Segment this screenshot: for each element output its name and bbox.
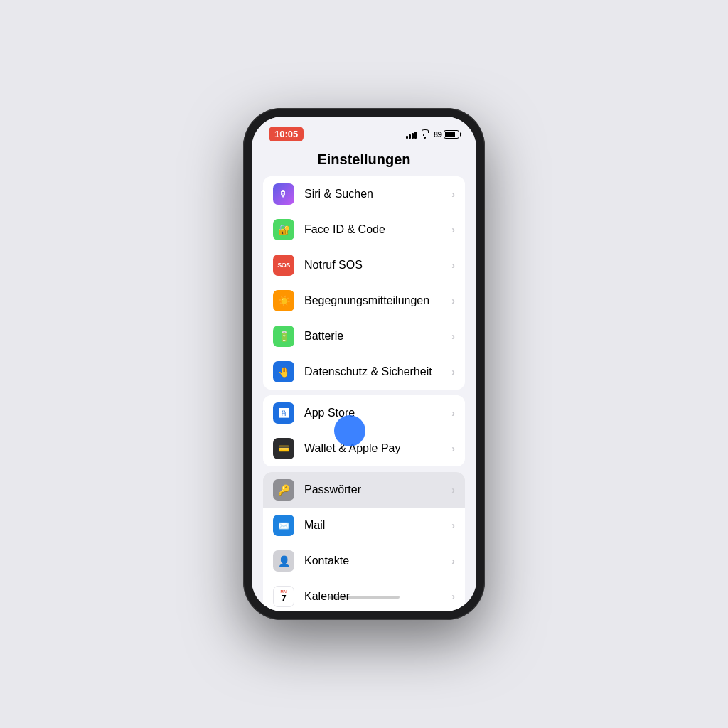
appstore-icon: 🅰 <box>273 402 294 424</box>
mail-icon: ✉️ <box>273 515 294 536</box>
exposure-icon: ☀️ <box>273 290 294 311</box>
settings-row-wallet[interactable]: 💳 Wallet & Apple Pay › <box>263 431 465 466</box>
battery-percentage: 89 <box>434 130 442 139</box>
battery-label: Batterie <box>304 330 447 343</box>
section-group-1: 🎙 Siri & Suchen › 🔐 Face ID & Code › <box>252 176 476 390</box>
mail-chevron: › <box>451 520 455 531</box>
faceid-label: Face ID & Code <box>304 223 447 236</box>
siri-icon: 🎙 <box>273 183 294 205</box>
phone-device: 10:05 89 <box>243 108 485 620</box>
section-group-2: 🅰 App Store › 💳 Wallet & Apple Pay › <box>252 395 476 466</box>
siri-chevron: › <box>451 188 455 200</box>
exposure-chevron: › <box>451 295 455 306</box>
signal-bar-4 <box>414 132 417 139</box>
settings-row-passwords[interactable]: 🔑 Passwörter › <box>263 472 465 508</box>
settings-row-siri[interactable]: 🎙 Siri & Suchen › <box>263 176 465 212</box>
signal-bar-1 <box>406 136 408 139</box>
faceid-icon: 🔐 <box>273 219 294 240</box>
appstore-label: App Store <box>304 407 447 419</box>
privacy-label: Datenschutz & Sicherheit <box>304 365 447 378</box>
signal-bar-3 <box>412 133 414 139</box>
battery-icon: 🔋 <box>273 326 294 347</box>
sos-label: Notruf SOS <box>304 259 447 272</box>
passwords-label: Passwörter <box>304 483 447 496</box>
wallet-chevron: › <box>451 443 455 454</box>
settings-row-contacts[interactable]: 👤 Kontakte › <box>263 543 465 579</box>
section-inner-1: 🎙 Siri & Suchen › 🔐 Face ID & Code › <box>263 176 465 390</box>
battery-fill <box>445 132 455 137</box>
signal-icon <box>406 130 417 139</box>
contacts-label: Kontakte <box>304 555 447 567</box>
contacts-chevron: › <box>451 555 455 567</box>
sos-icon: SOS <box>273 255 294 276</box>
section-inner-3: 🔑 Passwörter › ✉️ Mail › <box>263 472 465 611</box>
settings-row-mail[interactable]: ✉️ Mail › <box>263 508 465 543</box>
section-inner-2: 🅰 App Store › 💳 Wallet & Apple Pay › <box>263 395 465 466</box>
signal-bar-2 <box>409 134 411 139</box>
settings-row-appstore[interactable]: 🅰 App Store › <box>263 395 465 431</box>
battery-indicator: 89 <box>434 130 459 139</box>
wifi-icon <box>420 130 430 139</box>
siri-label: Siri & Suchen <box>304 188 447 200</box>
settings-row-battery[interactable]: 🔋 Batterie › <box>263 318 465 354</box>
status-icons: 89 <box>406 130 459 139</box>
privacy-chevron: › <box>451 366 455 378</box>
passwords-icon: 🔑 <box>273 479 294 500</box>
battery-chevron: › <box>451 331 455 342</box>
mail-label: Mail <box>304 519 447 532</box>
home-indicator <box>328 596 400 599</box>
phone-screen: 10:05 89 <box>252 117 476 611</box>
settings-row-calendar[interactable]: MAI 7 Kalender › <box>263 579 465 611</box>
contacts-icon: 👤 <box>273 550 294 572</box>
privacy-icon: 🤚 <box>273 361 294 382</box>
settings-row-exposure[interactable]: ☀️ Begegnungsmitteilungen › <box>263 283 465 318</box>
status-time: 10:05 <box>269 127 304 141</box>
sos-chevron: › <box>451 259 455 271</box>
settings-row-privacy[interactable]: 🤚 Datenschutz & Sicherheit › <box>263 354 465 390</box>
section-group-3: 🔑 Passwörter › ✉️ Mail › <box>252 472 476 611</box>
appstore-chevron: › <box>451 407 455 419</box>
status-bar: 10:05 89 <box>252 117 476 146</box>
battery-body <box>444 130 459 139</box>
page-title: Einstellungen <box>252 146 476 176</box>
settings-row-faceid[interactable]: 🔐 Face ID & Code › <box>263 212 465 247</box>
settings-row-sos[interactable]: SOS Notruf SOS › <box>263 247 465 283</box>
wallet-icon: 💳 <box>273 438 294 459</box>
passwords-chevron: › <box>451 484 455 496</box>
calendar-icon: MAI 7 <box>273 586 294 607</box>
wallet-label: Wallet & Apple Pay <box>304 442 447 455</box>
faceid-chevron: › <box>451 224 455 235</box>
calendar-chevron: › <box>451 591 455 602</box>
settings-content[interactable]: 🎙 Siri & Suchen › 🔐 Face ID & Code › <box>252 176 476 611</box>
exposure-label: Begegnungsmitteilungen <box>304 294 447 307</box>
